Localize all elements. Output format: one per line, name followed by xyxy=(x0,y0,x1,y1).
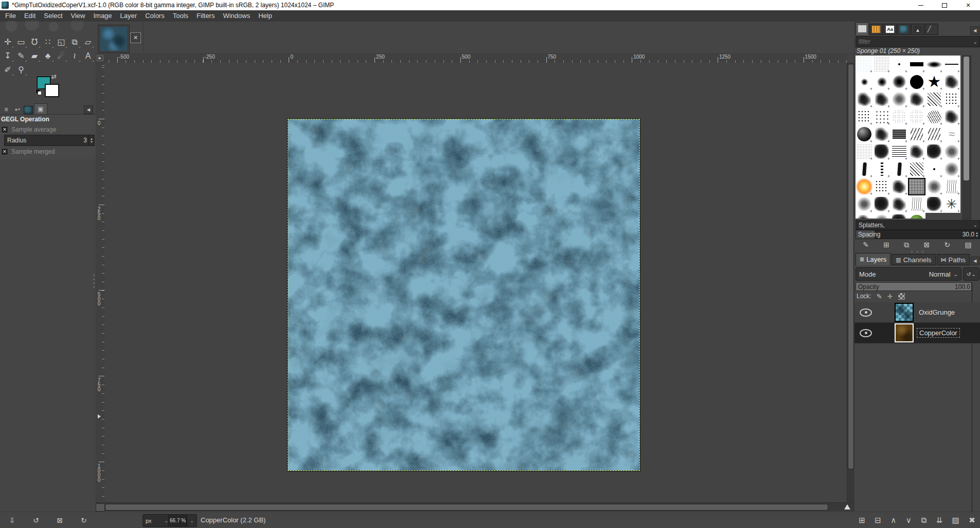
unified-transform-tool[interactable]: ⧉ xyxy=(68,35,81,49)
chevron-down-icon[interactable] xyxy=(973,39,979,45)
free-select-tool[interactable]: ℧ xyxy=(28,35,41,49)
brush-splat-soft[interactable] xyxy=(873,213,890,219)
brush-dark-blob[interactable] xyxy=(925,143,943,160)
brush-deer[interactable] xyxy=(943,125,960,143)
brush-splat[interactable] xyxy=(856,213,873,219)
collapse-dock-icon[interactable] xyxy=(971,257,979,265)
layer-thumbnail[interactable] xyxy=(895,303,914,322)
layer-row-oxidgrunge[interactable]: OxidGrunge xyxy=(854,302,980,323)
background-color-swatch[interactable] xyxy=(45,84,59,97)
lock-alpha-icon[interactable] xyxy=(898,293,905,300)
horizontal-scrollbar[interactable] xyxy=(96,502,854,511)
brush-splat[interactable] xyxy=(890,195,908,213)
menu-layer[interactable]: Layer xyxy=(116,10,141,22)
clone-tool[interactable]: ♣ xyxy=(41,49,55,63)
smudge-tool[interactable]: ☄ xyxy=(55,49,68,63)
brush-splat-soft[interactable] xyxy=(856,195,873,213)
brush-dot[interactable] xyxy=(925,160,943,178)
brush-splat[interactable] xyxy=(908,90,925,108)
handle-transform-tool[interactable]: ▱ xyxy=(81,35,95,49)
brush-scribble[interactable] xyxy=(890,125,908,143)
brush-sphere[interactable] xyxy=(856,125,873,143)
blend-space-button[interactable]: ↺ xyxy=(963,267,979,281)
new-layer-button[interactable]: ⊞ xyxy=(859,516,865,525)
brush-stroke-v[interactable] xyxy=(890,160,908,178)
collapse-dock-icon[interactable] xyxy=(84,105,93,114)
spinner-arrows-icon[interactable]: ▲▼ xyxy=(88,135,94,145)
brush-filter-input[interactable] xyxy=(856,38,973,45)
image-tab-close-icon[interactable]: ✕ xyxy=(130,32,141,43)
brush-noise-light[interactable] xyxy=(856,56,873,73)
brush-star[interactable] xyxy=(925,73,943,90)
brushes-tab[interactable] xyxy=(856,22,869,35)
raise-layer-button[interactable]: ∧ xyxy=(890,516,896,525)
brush-noise[interactable] xyxy=(873,56,890,73)
brush-sponge[interactable] xyxy=(908,178,925,195)
fonts-tab[interactable]: Aa xyxy=(883,24,897,35)
zoom-dropdown-icon[interactable] xyxy=(187,514,197,527)
brush-dark-blob[interactable] xyxy=(890,213,908,219)
opacity-slider[interactable]: Opacity 100.0 xyxy=(856,282,972,291)
brush-dot-grid[interactable] xyxy=(873,108,890,125)
lower-layer-button[interactable]: ∨ xyxy=(906,516,912,525)
layer-row-coppercolor[interactable]: CopperColor xyxy=(854,323,980,343)
sample-merged-checkbox[interactable]: ✕ xyxy=(1,148,8,155)
brush-splat[interactable] xyxy=(890,178,908,195)
vertical-scrollbar[interactable] xyxy=(847,63,854,502)
canvas-viewport[interactable] xyxy=(104,63,847,502)
brush-soft-ellipse[interactable] xyxy=(925,56,943,73)
patterns-tab[interactable] xyxy=(869,24,883,35)
device-status-tab[interactable]: ▣ xyxy=(34,103,47,114)
brush-splat[interactable] xyxy=(873,125,890,143)
new-layer-group-button[interactable]: ⊟ xyxy=(875,516,881,525)
delete-tool-preset-button[interactable]: ⊠ xyxy=(57,516,63,524)
brush-noise[interactable] xyxy=(856,143,873,160)
minimize-button[interactable] xyxy=(909,0,933,10)
brush-stroke-dotted[interactable] xyxy=(873,160,890,178)
new-brush-button[interactable]: ⊞ xyxy=(883,241,889,249)
brush-dot[interactable] xyxy=(890,56,908,73)
brush-splat[interactable] xyxy=(943,73,960,90)
tab-layers[interactable]: ≣Layers xyxy=(856,253,890,265)
brush-splat-soft[interactable] xyxy=(890,90,908,108)
brush-grass[interactable] xyxy=(943,178,960,195)
brush-cells[interactable] xyxy=(908,108,925,125)
brush-splat[interactable] xyxy=(856,90,873,108)
brush-grid-scrollbar[interactable] xyxy=(963,56,971,220)
sample-average-checkbox[interactable]: ✕ xyxy=(1,126,8,133)
brush-lines-d[interactable] xyxy=(925,90,943,108)
menu-select[interactable]: Select xyxy=(40,10,66,22)
restore-button[interactable] xyxy=(933,0,956,10)
brush-splat[interactable] xyxy=(873,90,890,108)
lock-position-icon[interactable]: ✛ xyxy=(887,293,893,300)
brush-tag-dropdown[interactable]: Splatters, xyxy=(856,220,980,230)
brush-circle[interactable] xyxy=(908,73,925,90)
add-layer-mask-button[interactable]: ▨ xyxy=(952,516,959,525)
brush-hatch[interactable] xyxy=(925,108,943,125)
ruler-corner-button[interactable]: ▶ xyxy=(96,53,105,63)
horizontal-scrollbar-thumb[interactable] xyxy=(105,504,828,511)
brush-line[interactable] xyxy=(943,56,960,73)
reset-colors-icon[interactable] xyxy=(35,89,42,95)
crop-tool[interactable]: ◱ xyxy=(55,35,68,49)
image-tab[interactable] xyxy=(897,24,911,35)
collapse-dock-icon[interactable] xyxy=(970,26,979,35)
brush-splat-soft[interactable] xyxy=(943,143,960,160)
text-tool[interactable]: A xyxy=(81,49,95,63)
lock-pixels-icon[interactable]: ✎ xyxy=(877,293,882,300)
brush-dark-blob[interactable] xyxy=(925,195,943,213)
menu-filters[interactable]: Filters xyxy=(192,10,219,22)
brush-lines-d[interactable] xyxy=(908,160,925,178)
radius-spinner[interactable]: Radius 3 ▲▼ xyxy=(4,135,95,146)
refresh-brushes-button[interactable]: ↻ xyxy=(945,241,951,249)
navigation-button[interactable] xyxy=(842,503,853,511)
brush-dots[interactable] xyxy=(856,108,873,125)
canvas-image[interactable] xyxy=(288,119,640,471)
brush-soft-blob-s[interactable] xyxy=(856,73,873,90)
layer-mode-dropdown[interactable]: Mode Normal xyxy=(856,267,961,281)
vertical-scrollbar-thumb[interactable] xyxy=(848,64,854,469)
brush-splat-soft[interactable] xyxy=(925,178,943,195)
swap-colors-icon[interactable]: ⇄ xyxy=(51,73,57,80)
menu-tools[interactable]: Tools xyxy=(169,10,192,22)
tool-options-tab[interactable]: ≡ xyxy=(1,105,11,114)
